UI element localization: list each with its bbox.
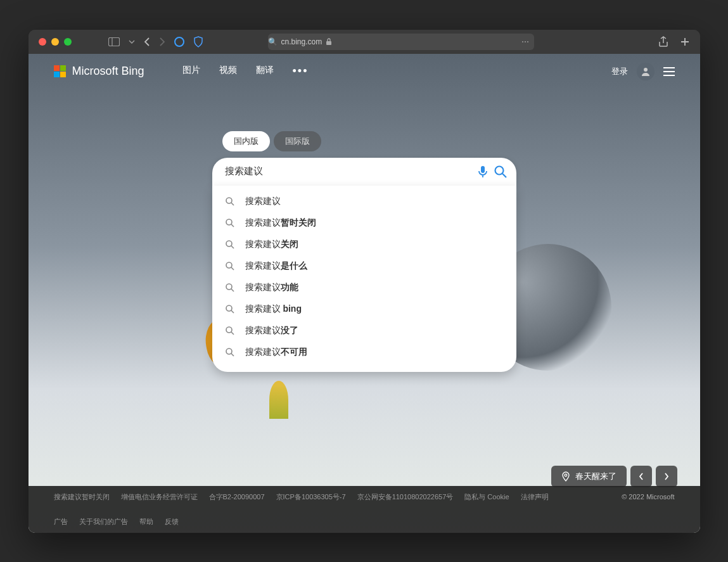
svg-point-7 [226,198,232,203]
footer-link[interactable]: 关于我们的广告 [79,517,128,527]
footer-link[interactable]: 合字B2-20090007 [209,492,265,502]
footer-link[interactable]: 帮助 [139,517,153,527]
more-url-icon[interactable]: ⋯ [521,37,529,46]
forward-button[interactable] [159,37,165,47]
privacy-circle-icon[interactable] [174,37,184,47]
svg-line-8 [231,203,234,205]
image-caption: 春天醒来了 [575,471,616,482]
search-icon [225,304,235,314]
suggestion-item[interactable]: 搜索建议没了 [212,320,516,342]
svg-point-5 [495,166,503,174]
search-icon [225,239,235,250]
svg-line-6 [502,174,506,177]
suggestions-dropdown: 搜索建议搜索建议暂时关闭搜索建议关闭搜索建议是什么搜索建议功能搜索建议 bing… [212,186,516,372]
suggestion-item[interactable]: 搜索建议关闭 [212,234,516,255]
svg-rect-4 [481,166,485,173]
search-area: 国内版 国际版 搜索建议搜索建议暂时关闭搜索建议关闭搜索建议是什么搜索建议功能搜… [212,131,516,372]
footer-link[interactable]: 广告 [54,517,68,527]
back-button[interactable] [144,37,150,47]
image-info-button[interactable]: 春天醒来了 [551,466,627,487]
search-icon [225,196,235,207]
logo-text: Microsoft Bing [72,65,144,78]
tab-international[interactable]: 国际版 [274,131,321,151]
svg-point-23 [565,474,567,476]
nav-translate[interactable]: 翻译 [256,65,274,78]
bing-header: Microsoft Bing 图片 视频 翻译 ••• 登录 [29,54,700,89]
svg-line-12 [231,246,234,248]
footer-link[interactable]: 隐私与 Cookie [464,492,509,502]
microsoft-logo-icon [54,65,66,77]
hamburger-menu-icon[interactable] [663,67,675,76]
search-icon [225,261,235,271]
url-bar[interactable]: 🔍 cn.bing.com ⋯ [268,34,534,50]
bing-logo[interactable]: Microsoft Bing [54,65,144,78]
svg-line-14 [231,267,234,270]
search-input[interactable] [225,166,472,177]
svg-point-15 [226,284,232,290]
lock-icon [326,38,332,46]
minimize-window-button[interactable] [51,38,59,46]
suggestion-item[interactable]: 搜索建议 [212,191,516,212]
suggestion-text: 搜索建议功能 [245,282,298,293]
share-icon[interactable] [658,36,668,48]
suggestion-text: 搜索建议关闭 [245,239,298,250]
search-box [212,158,516,186]
shield-icon[interactable] [193,36,203,48]
close-window-button[interactable] [39,38,46,46]
prev-image-button[interactable] [630,466,652,487]
svg-point-19 [226,327,232,333]
location-icon [561,471,570,482]
footer-link[interactable]: 京ICP备10036305号-7 [276,492,346,502]
footer: 搜索建议暂时关闭增值电信业务经营许可证合字B2-20090007京ICP备100… [29,486,700,533]
svg-line-20 [231,332,234,335]
footer-link[interactable]: 反馈 [165,517,179,527]
suggestion-item[interactable]: 搜索建议不可用 [212,342,516,363]
search-icon [225,347,235,357]
chevron-down-icon[interactable] [129,40,135,44]
svg-rect-2 [326,41,331,45]
suggestion-text: 搜索建议是什么 [245,260,307,272]
url-text: cn.bing.com [281,37,322,46]
traffic-lights [39,38,72,46]
maximize-window-button[interactable] [64,38,72,46]
search-icon [225,218,235,228]
svg-point-17 [226,305,232,311]
suggestion-text: 搜索建议 [245,196,281,207]
svg-line-16 [231,289,234,291]
avatar[interactable] [637,63,655,80]
svg-point-9 [226,219,232,225]
search-icon [225,283,235,293]
footer-link[interactable]: 法律声明 [521,492,549,502]
suggestion-item[interactable]: 搜索建议 bing [212,298,516,320]
suggestion-text: 搜索建议 bing [245,303,302,315]
suggestion-item[interactable]: 搜索建议暂时关闭 [212,212,516,234]
sidebar-toggle-icon[interactable] [108,37,120,46]
svg-point-11 [226,241,232,246]
site-icon: 🔍 [268,37,278,46]
nav-more-icon[interactable]: ••• [293,65,309,78]
new-tab-icon[interactable] [680,37,690,47]
svg-point-21 [226,348,232,354]
suggestion-item[interactable]: 搜索建议是什么 [212,255,516,277]
suggestion-item[interactable]: 搜索建议功能 [212,277,516,298]
footer-link[interactable]: 搜索建议暂时关闭 [54,492,110,502]
nav-videos[interactable]: 视频 [219,65,237,78]
footer-link[interactable]: 京公网安备11010802022657号 [357,492,454,502]
svg-point-3 [644,68,648,72]
nav-images[interactable]: 图片 [182,65,200,78]
next-image-button[interactable] [656,466,677,487]
svg-line-22 [231,354,234,356]
mic-icon[interactable] [477,165,489,179]
login-link[interactable]: 登录 [611,66,628,77]
footer-link[interactable]: 增值电信业务经营许可证 [121,492,198,502]
search-icon[interactable] [494,165,508,179]
svg-line-18 [231,310,234,313]
page-content: Microsoft Bing 图片 视频 翻译 ••• 登录 国内版 [29,54,700,533]
suggestion-text: 搜索建议不可用 [245,347,307,358]
suggestion-text: 搜索建议暂时关闭 [245,217,316,229]
search-icon [225,326,235,336]
copyright: © 2022 Microsoft [622,493,674,501]
tab-domestic[interactable]: 国内版 [222,131,270,151]
svg-point-13 [226,262,232,268]
suggestion-text: 搜索建议没了 [245,325,298,336]
